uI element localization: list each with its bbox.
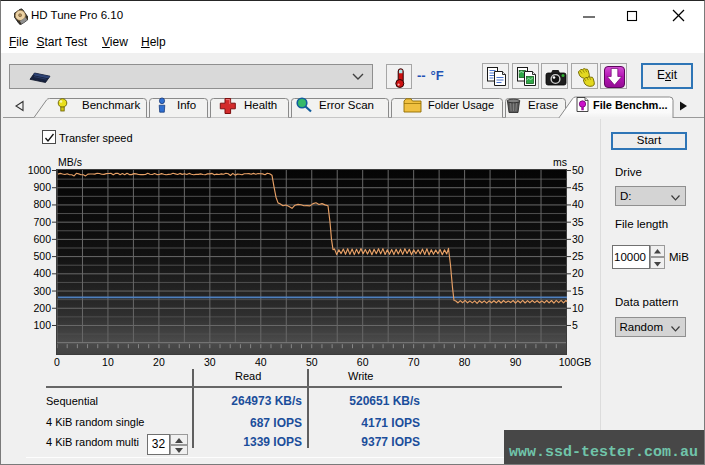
- svg-text:1000: 1000: [28, 164, 52, 176]
- svg-text:0: 0: [54, 356, 60, 368]
- svg-text:File Benchm...: File Benchm...: [593, 99, 668, 111]
- svg-text:Folder Usage: Folder Usage: [428, 99, 494, 111]
- svg-text:20: 20: [572, 267, 584, 279]
- svg-text:MB/s: MB/s: [58, 156, 82, 168]
- svg-text:50: 50: [572, 164, 584, 176]
- svg-text:80: 80: [459, 356, 471, 368]
- svg-text:25: 25: [572, 250, 584, 262]
- svg-text:20: 20: [153, 356, 165, 368]
- svg-text:Erase: Erase: [528, 99, 558, 111]
- svg-text:200: 200: [33, 302, 51, 314]
- svg-text:400: 400: [33, 267, 51, 279]
- svg-text:40: 40: [572, 198, 584, 210]
- svg-text:35: 35: [572, 216, 584, 228]
- svg-text:15: 15: [572, 285, 584, 297]
- svg-text:45: 45: [572, 181, 584, 193]
- svg-text:30: 30: [204, 356, 216, 368]
- svg-text:5: 5: [572, 319, 578, 331]
- svg-text:60: 60: [357, 356, 369, 368]
- svg-text:Benchmark: Benchmark: [82, 99, 140, 111]
- svg-text:30: 30: [572, 233, 584, 245]
- svg-text:10: 10: [572, 302, 584, 314]
- svg-text:800: 800: [33, 198, 51, 210]
- svg-text:600: 600: [33, 233, 51, 245]
- svg-text:Error Scan: Error Scan: [319, 99, 374, 111]
- svg-text:Health: Health: [244, 99, 277, 111]
- svg-text:90: 90: [510, 356, 522, 368]
- svg-text:ms: ms: [553, 156, 567, 168]
- svg-text:300: 300: [33, 285, 51, 297]
- svg-text:700: 700: [33, 216, 51, 228]
- svg-text:40: 40: [255, 356, 267, 368]
- svg-text:500: 500: [33, 250, 51, 262]
- svg-text:Info: Info: [177, 99, 196, 111]
- svg-text:70: 70: [408, 356, 420, 368]
- svg-text:10: 10: [102, 356, 114, 368]
- svg-text:900: 900: [33, 181, 51, 193]
- svg-text:50: 50: [306, 356, 318, 368]
- svg-text:100GB: 100GB: [559, 356, 592, 368]
- svg-text:100: 100: [33, 319, 51, 331]
